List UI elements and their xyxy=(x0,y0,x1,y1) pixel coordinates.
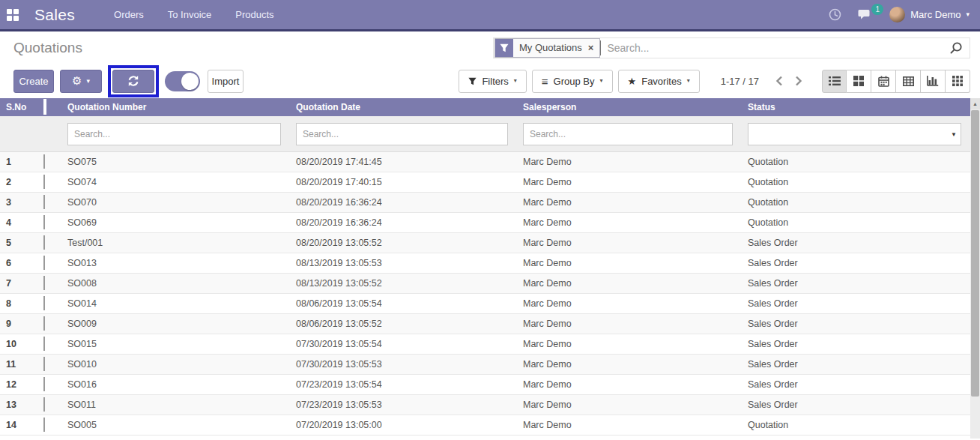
action-buttons-row: Create ⚙ ▾ Import Filters ▾ ≡ Group By xyxy=(0,64,980,98)
row-quotation-date: 08/06/2019 13:05:54 xyxy=(290,298,517,309)
pager-next-button[interactable] xyxy=(789,73,808,89)
menu-item-to-invoice[interactable]: To Invoice xyxy=(166,0,214,29)
row-status: Sales Order xyxy=(742,258,970,268)
view-calendar-button[interactable] xyxy=(871,70,896,93)
scroll-up-arrow[interactable]: ▲ xyxy=(970,98,980,109)
table-row[interactable]: 12 SO016 07/23/2019 13:05:54 Marc Demo S… xyxy=(0,375,970,395)
row-status: Quotation xyxy=(742,217,970,228)
row-status: Quotation xyxy=(742,420,970,430)
activities-clock-icon[interactable] xyxy=(829,8,841,21)
row-checkbox[interactable] xyxy=(43,377,45,391)
filter-status-select[interactable]: ▼ xyxy=(748,123,961,145)
row-status: Sales Order xyxy=(742,400,970,410)
create-button[interactable]: Create xyxy=(13,70,54,93)
row-checkbox[interactable] xyxy=(43,256,45,270)
app-title: Sales xyxy=(34,6,75,24)
header-quotation-number[interactable]: Quotation Number xyxy=(61,102,290,112)
apps-menu-icon[interactable] xyxy=(0,0,25,31)
calendar-icon xyxy=(878,76,889,87)
row-checkbox[interactable] xyxy=(43,357,45,371)
facet-remove-icon[interactable]: × xyxy=(588,39,600,57)
user-menu[interactable]: Marc Demo ▾ xyxy=(889,7,970,22)
menu-item-orders[interactable]: Orders xyxy=(112,0,145,29)
row-salesperson: Marc Demo xyxy=(517,359,742,370)
table-row[interactable]: 2 SO074 08/20/2019 17:40:15 Marc Demo Qu… xyxy=(0,172,970,193)
table-row[interactable]: 8 SO014 08/06/2019 13:05:54 Marc Demo Sa… xyxy=(0,294,970,314)
search-bar: My Quotations × xyxy=(493,37,970,58)
row-checkbox[interactable] xyxy=(43,276,45,290)
table-row[interactable]: 10 SO015 07/30/2019 13:05:54 Marc Demo S… xyxy=(0,334,970,355)
row-checkbox[interactable] xyxy=(43,337,45,351)
search-facet: My Quotations × xyxy=(494,38,600,58)
row-salesperson: Marc Demo xyxy=(517,258,742,268)
favorites-button[interactable]: ★ Favorites ▾ xyxy=(618,70,700,93)
filter-quotation-date-input[interactable] xyxy=(296,123,508,145)
table-row[interactable]: 11 SO010 07/30/2019 13:05:53 Marc Demo S… xyxy=(0,355,970,375)
filters-label: Filters xyxy=(482,76,508,87)
row-checkbox[interactable] xyxy=(43,215,45,229)
pager-previous-button[interactable] xyxy=(769,73,789,89)
row-checkbox[interactable] xyxy=(43,397,45,412)
refresh-button[interactable] xyxy=(112,70,154,93)
row-checkbox[interactable] xyxy=(43,175,45,189)
row-checkbox[interactable] xyxy=(43,154,45,169)
table-row[interactable]: 3 SO070 08/20/2019 16:36:24 Marc Demo Qu… xyxy=(0,193,970,213)
table-row[interactable]: 6 SO013 08/13/2019 13:05:53 Marc Demo Sa… xyxy=(0,253,970,274)
row-checkbox[interactable] xyxy=(43,296,45,310)
row-status: Sales Order xyxy=(742,339,970,349)
menu-item-products[interactable]: Products xyxy=(234,0,275,29)
row-quotation-number: SO008 xyxy=(61,278,290,289)
view-pivot-button[interactable] xyxy=(896,70,921,93)
table-row[interactable]: 1 SO075 08/20/2019 17:41:45 Marc Demo Qu… xyxy=(0,152,970,172)
view-graph-button[interactable] xyxy=(921,70,946,93)
table-row[interactable]: 9 SO009 08/06/2019 13:05:52 Marc Demo Sa… xyxy=(0,314,970,334)
row-status: Sales Order xyxy=(742,298,970,309)
filter-quotation-number-input[interactable] xyxy=(67,123,281,145)
view-list-button[interactable] xyxy=(822,70,847,93)
row-checkbox[interactable] xyxy=(43,316,45,331)
row-status: Quotation xyxy=(742,157,970,167)
import-button[interactable]: Import xyxy=(208,70,244,93)
filter-salesperson-input[interactable] xyxy=(523,123,733,145)
row-quotation-date: 07/30/2019 13:05:53 xyxy=(290,359,517,370)
filters-button[interactable]: Filters ▾ xyxy=(459,70,526,93)
row-checkbox[interactable] xyxy=(43,195,45,209)
search-input[interactable] xyxy=(600,40,943,55)
header-quotation-date[interactable]: Quotation Date xyxy=(290,102,517,112)
grid-icon xyxy=(952,76,963,86)
row-salesperson: Marc Demo xyxy=(517,319,742,329)
group-by-button[interactable]: ≡ Group By ▾ xyxy=(532,70,613,93)
row-checkbox[interactable] xyxy=(43,235,45,250)
vertical-scrollbar[interactable]: ▲ xyxy=(970,98,980,439)
filter-funnel-icon xyxy=(495,39,513,57)
table-row[interactable]: 7 SO008 08/13/2019 13:05:52 Marc Demo Sa… xyxy=(0,274,970,294)
view-grid-button[interactable] xyxy=(946,70,970,93)
row-quotation-date: 07/20/2019 13:05:00 xyxy=(290,420,517,430)
row-salesperson: Marc Demo xyxy=(517,420,742,430)
row-quotation-number: Test/001 xyxy=(61,238,290,248)
row-checkbox[interactable] xyxy=(43,418,45,432)
view-kanban-button[interactable] xyxy=(847,70,871,93)
row-quotation-date: 08/20/2019 17:40:15 xyxy=(290,177,517,187)
table-row[interactable]: 13 SO011 07/23/2019 13:05:53 Marc Demo S… xyxy=(0,395,970,415)
scrollbar-thumb[interactable] xyxy=(971,110,979,397)
header-status[interactable]: Status xyxy=(742,102,970,112)
header-select-all[interactable] xyxy=(37,100,61,114)
row-status: Sales Order xyxy=(742,379,970,390)
list-toggle-switch[interactable] xyxy=(165,71,200,91)
table-row[interactable]: 5 Test/001 08/20/2019 13:05:52 Marc Demo… xyxy=(0,233,970,253)
table-row[interactable]: 14 SO005 07/20/2019 13:05:00 Marc Demo Q… xyxy=(0,415,970,436)
row-quotation-date: 08/20/2019 17:41:45 xyxy=(290,157,517,167)
table-row[interactable]: 4 SO069 08/20/2019 16:36:24 Marc Demo Qu… xyxy=(0,213,970,233)
search-magnifier-icon[interactable] xyxy=(943,41,970,55)
messages-icon[interactable]: 1 xyxy=(858,9,873,21)
row-quotation-number: SO011 xyxy=(61,400,290,410)
row-quotation-number: SO015 xyxy=(61,339,290,349)
row-quotation-date: 07/23/2019 13:05:54 xyxy=(290,379,517,390)
refresh-highlight-box xyxy=(108,65,159,97)
row-quotation-date: 07/23/2019 13:05:53 xyxy=(290,400,517,410)
header-salesperson[interactable]: Salesperson xyxy=(517,102,742,112)
select-all-checkbox[interactable] xyxy=(43,99,46,115)
header-sno[interactable]: S.No xyxy=(0,102,37,112)
action-gear-button[interactable]: ⚙ ▾ xyxy=(60,70,102,93)
